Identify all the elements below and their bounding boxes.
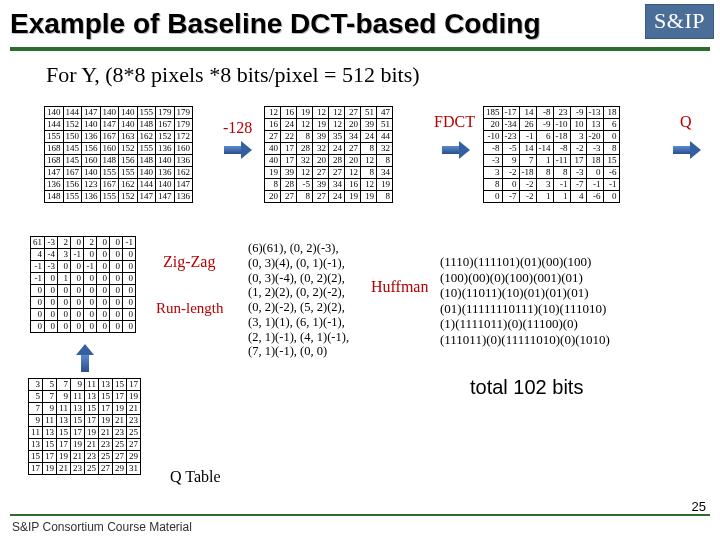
label-qtable: Q Table xyxy=(170,468,221,486)
matrix-cell: 32 xyxy=(313,143,329,155)
matrix-cell: 148 xyxy=(100,155,119,167)
matrix-cell: 13 xyxy=(85,391,99,403)
footer-text: S&IP Consortium Course Material xyxy=(12,520,192,534)
matrix-cell: 19 xyxy=(85,427,99,439)
matrix-cell: 12 xyxy=(361,155,377,167)
matrix-cell: 8 xyxy=(377,155,393,167)
matrix-cell: 12 xyxy=(297,167,313,179)
matrix-cell: 0 xyxy=(45,309,58,321)
matrix-cell: 0 xyxy=(97,309,110,321)
matrix-cell: 0 xyxy=(97,237,110,249)
matrix-cell: 0 xyxy=(123,321,136,333)
runlength-list: (6)(61), (0, 2)(-3), (0, 3)(4), (0, 1)(-… xyxy=(248,241,349,359)
matrix-cell: 16 xyxy=(281,107,297,119)
matrix-cell: 8 xyxy=(377,191,393,203)
matrix-cell: 0 xyxy=(71,297,84,309)
matrix-cell: 0 xyxy=(97,321,110,333)
matrix-cell: 0 xyxy=(484,191,503,203)
matrix-cell: 23 xyxy=(127,415,141,427)
matrix-cell: -2 xyxy=(502,167,519,179)
matrix-qtable: 3579111315175791113151719791113151719219… xyxy=(28,378,141,475)
matrix-cell: 136 xyxy=(82,131,101,143)
matrix-cell: 0 xyxy=(45,297,58,309)
matrix-cell: 11 xyxy=(29,427,43,439)
matrix-cell: 123 xyxy=(82,179,101,191)
matrix-cell: 150 xyxy=(63,131,82,143)
matrix-cell: -9 xyxy=(536,119,553,131)
matrix-cell: 27 xyxy=(113,451,127,463)
matrix-cell: -9 xyxy=(570,107,586,119)
matrix-cell: -18 xyxy=(553,131,570,143)
matrix-cell: 140 xyxy=(82,167,101,179)
matrix-cell: 20 xyxy=(313,155,329,167)
matrix-cell: 13 xyxy=(586,119,603,131)
matrix-cell: 32 xyxy=(377,143,393,155)
matrix-cell: 0 xyxy=(31,285,45,297)
matrix-cell: 155 xyxy=(100,191,119,203)
matrix-cell: 5 xyxy=(43,379,57,391)
matrix-cell: 8 xyxy=(265,179,281,191)
matrix-cell: -7 xyxy=(570,179,586,191)
matrix-cell: 27 xyxy=(345,107,361,119)
matrix-cell: 16 xyxy=(265,119,281,131)
matrix-cell: 140 xyxy=(82,119,101,131)
matrix-cell: 7 xyxy=(57,379,71,391)
matrix-cell: 11 xyxy=(57,403,71,415)
matrix-cell: 160 xyxy=(174,143,193,155)
matrix-cell: 140 xyxy=(100,107,119,119)
matrix-cell: 34 xyxy=(329,179,345,191)
matrix-cell: 14 xyxy=(519,143,536,155)
arrow-up-icon xyxy=(76,344,94,372)
matrix-cell: -1 xyxy=(31,273,45,285)
matrix-cell: 0 xyxy=(31,321,45,333)
matrix-cell: 136 xyxy=(82,191,101,203)
matrix-cell: 32 xyxy=(297,155,313,167)
matrix-cell: 140 xyxy=(156,179,175,191)
matrix-cell: 136 xyxy=(156,143,175,155)
matrix-cell: -7 xyxy=(502,191,519,203)
matrix-cell: 0 xyxy=(84,297,97,309)
matrix-cell: -4 xyxy=(45,249,58,261)
matrix-cell: 39 xyxy=(361,119,377,131)
matrix-cell: 155 xyxy=(137,107,156,119)
matrix-cell: 4 xyxy=(570,191,586,203)
matrix-cell: -2 xyxy=(519,191,536,203)
matrix-cell: 12 xyxy=(265,107,281,119)
matrix-cell: 155 xyxy=(45,131,64,143)
matrix-cell: 18 xyxy=(603,107,619,119)
matrix-cell: 9 xyxy=(57,391,71,403)
matrix-cell: 0 xyxy=(58,261,71,273)
matrix-cell: -2 xyxy=(519,179,536,191)
matrix-cell: 15 xyxy=(29,451,43,463)
matrix-cell: 155 xyxy=(100,167,119,179)
matrix-cell: 0 xyxy=(97,285,110,297)
matrix-cell: 17 xyxy=(43,451,57,463)
matrix-cell: 162 xyxy=(119,179,138,191)
matrix-cell: 136 xyxy=(45,179,64,191)
matrix-cell: 34 xyxy=(345,131,361,143)
matrix-cell: 0 xyxy=(45,285,58,297)
matrix-cell: 21 xyxy=(127,403,141,415)
matrix-cell: 2 xyxy=(58,237,71,249)
matrix-cell: 0 xyxy=(58,285,71,297)
matrix-cell: 23 xyxy=(71,463,85,475)
matrix-cell: 163 xyxy=(119,131,138,143)
matrix-cell: 17 xyxy=(71,427,85,439)
matrix-cell: 20 xyxy=(345,119,361,131)
matrix-cell: 7 xyxy=(43,391,57,403)
matrix-cell: 0 xyxy=(71,261,84,273)
matrix-cell: 27 xyxy=(313,167,329,179)
matrix-cell: 27 xyxy=(313,191,329,203)
matrix-cell: 155 xyxy=(63,191,82,203)
matrix-cell: -3 xyxy=(484,155,503,167)
matrix-cell: -3 xyxy=(45,261,58,273)
matrix-cell: 7 xyxy=(29,403,43,415)
matrix-cell: 1 xyxy=(58,273,71,285)
matrix-cell: 1 xyxy=(536,191,553,203)
matrix-cell: 147 xyxy=(82,107,101,119)
matrix-cell: -1 xyxy=(84,261,97,273)
matrix-cell: 6 xyxy=(603,119,619,131)
matrix-cell: 17 xyxy=(85,415,99,427)
matrix-cell: -2 xyxy=(570,143,586,155)
matrix-cell: 17 xyxy=(29,463,43,475)
